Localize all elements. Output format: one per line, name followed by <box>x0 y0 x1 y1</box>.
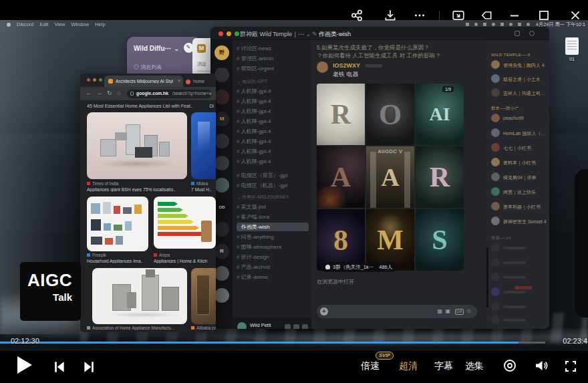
previous-button[interactable] <box>52 360 67 374</box>
card-text: 消息 <box>197 61 206 68</box>
player-titlebar <box>0 0 588 20</box>
result-source: Association of Home Appliance Manufactu.… <box>87 326 188 330</box>
result-source: Midea <box>191 181 215 186</box>
help-icon <box>529 31 535 36</box>
server-icon: R <box>214 244 229 259</box>
member-row <box>491 315 547 326</box>
menubar-item: Edit <box>39 21 48 27</box>
address-bar: google.com.hk /search?q=home+a <box>127 90 212 98</box>
channel-item: 记录-anime <box>237 273 309 281</box>
avatar <box>491 60 500 69</box>
status-icon <box>492 23 495 26</box>
episodes-button[interactable]: 选集 <box>465 360 484 372</box>
download-icon[interactable] <box>384 9 397 22</box>
volume-icon[interactable] <box>534 358 549 373</box>
server-icon: M <box>214 112 229 126</box>
chat-message: 老铁 电器 <box>333 70 359 79</box>
apple-logo-icon <box>7 23 11 27</box>
server-icon: 野 <box>214 45 229 60</box>
people-icon <box>325 265 330 269</box>
discord-channel-list: 讨论区-news 管理区-admin 帮助区-urgent 知识区-GPT 人机… <box>233 40 311 329</box>
avatar <box>317 61 328 73</box>
wifi-icon <box>509 23 512 26</box>
result-caption: Household Appliances Ima.. <box>87 259 150 263</box>
status-icon <box>474 23 478 26</box>
image-result <box>87 197 148 251</box>
open-in-browser-link: 在浏览器中打开 <box>317 278 354 285</box>
channel-item: 英文版-jmt <box>237 203 309 211</box>
share-icon[interactable] <box>350 9 363 22</box>
cast-icon[interactable] <box>502 358 517 373</box>
result-caption: Appliances giant BSH eyes 75% localisati… <box>87 187 188 192</box>
channel-item: 电报区（机器）-gpt <box>237 181 309 190</box>
midjourney-logo: M <box>197 44 206 53</box>
channel-item: 人机聊-gpt-4 <box>237 107 309 116</box>
channel-item-selected: 作画类-wish <box>237 223 309 231</box>
discord-titlebar: 群神殿 Wild Temple｜⋯ 作画类-wish <box>210 27 549 40</box>
minimize-traffic-light <box>227 31 231 36</box>
letter-art-tile: A <box>366 146 414 208</box>
minimize-icon[interactable] <box>508 9 521 22</box>
image-result <box>154 197 216 249</box>
lock-icon <box>130 92 134 96</box>
result-caption: 7 Must H.. <box>191 187 216 192</box>
attach-icon: + <box>320 307 328 315</box>
gift-icon: ▣ <box>445 308 450 314</box>
browser-tab: home <box>186 78 216 87</box>
tab-strip: Architects Midjourney AI Styl × home <box>80 74 216 87</box>
status-icon <box>500 23 504 26</box>
channel-item: 问答-anything <box>237 233 309 241</box>
window-corner <box>575 169 588 317</box>
favicon <box>87 253 90 257</box>
picture-in-picture-icon[interactable] <box>452 9 465 22</box>
discord-chat: 5.如果某次生成失败了，你觉得是什么原因？ ？你如何看待 人工智能生成工具 对 … <box>311 40 486 329</box>
discord-member-list: WILD TEMPLE──3 管理员兔｜圈内人 4 双谷之道｜小土水 吉祥人｜沟… <box>486 40 549 329</box>
seek-bar[interactable] <box>0 342 545 344</box>
server-title: 群神殿 Wild Temple｜⋯ <box>240 30 311 39</box>
ai-image-grid: R O AI A A R 8 M S <box>317 84 464 271</box>
zoom-traffic-light <box>235 31 239 36</box>
member-row: HomLab 国际人（9） <box>491 128 547 139</box>
tab-favicon <box>186 80 190 84</box>
server-icon <box>214 68 229 82</box>
result-source: Freepik <box>87 253 148 257</box>
tab-close-icon: × <box>178 78 180 83</box>
channel-item: 帮助区-urgent <box>237 64 309 73</box>
favicon <box>191 182 194 185</box>
mini-player-icon[interactable] <box>480 9 493 22</box>
speed-button[interactable]: 倍速 <box>361 360 380 372</box>
channel-item: 产品-archviz <box>237 263 309 271</box>
svip-badge: SVIP <box>376 352 394 360</box>
avatar <box>491 74 500 83</box>
document-icon <box>565 37 579 55</box>
member-section: 群友──防小广 <box>491 106 546 112</box>
channel-item: 人机聊-gpt-4 <box>237 87 309 96</box>
avatar <box>237 322 247 329</box>
message-timestamp-blur <box>365 64 382 68</box>
letter-art-tile: A <box>317 146 365 208</box>
search-result-heading: Di <box>209 104 214 108</box>
letter-art-tile: S <box>416 209 464 271</box>
close-traffic-light <box>218 31 223 36</box>
next-button[interactable] <box>82 360 96 374</box>
close-icon[interactable] <box>569 9 582 22</box>
channel-item: 人机聊-gpt-4 <box>237 147 309 156</box>
play-button[interactable] <box>17 356 32 374</box>
zoom-traffic-light <box>99 78 102 82</box>
inbox-icon <box>514 31 520 36</box>
channel-item: 人机聊-gpt-4 <box>237 137 309 146</box>
browser-toolbar: ← → ↻ ⌂ google.com.hk /search?q=home+a <box>80 87 216 100</box>
avatar <box>491 158 500 166</box>
letter-art-tile: O <box>366 84 414 145</box>
subtitles-button[interactable]: 字幕 <box>434 360 453 372</box>
more-icon[interactable] <box>413 9 426 22</box>
video-frame[interactable]: Discord Edit View Window Help 4月24日 周一 下… <box>0 20 588 351</box>
fullscreen-icon[interactable] <box>564 360 577 373</box>
member-row: 群神密室王 Sunset 4 <box>491 217 547 227</box>
tile-caption: AIIGDC V <box>366 148 414 154</box>
quality-button[interactable]: 超清 <box>399 360 418 372</box>
member-section: 离线──14 <box>491 235 546 241</box>
home-icon: ⌂ <box>117 90 120 96</box>
maximize-icon[interactable] <box>537 9 551 22</box>
status-icon <box>466 23 469 26</box>
